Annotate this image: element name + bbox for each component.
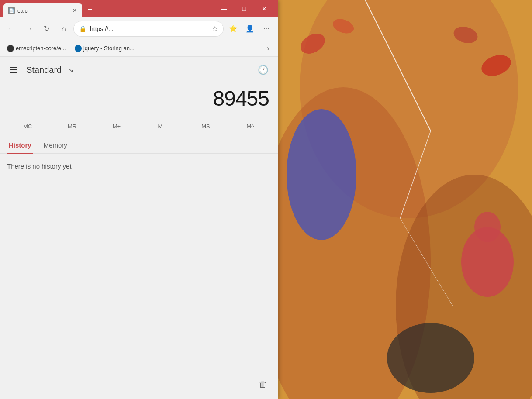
bookmark-label-jquery: jquery - Storing an... xyxy=(83,45,135,52)
hamburger-line-2 xyxy=(10,69,17,70)
title-bar: 📄 calc ✕ + — □ ✕ xyxy=(0,0,278,17)
hamburger-line-3 xyxy=(10,72,17,73)
calculator-header: Standard ↘ 🕐 xyxy=(0,57,278,83)
forward-button[interactable]: → xyxy=(21,21,37,37)
svg-point-8 xyxy=(474,212,501,242)
bookmarks-more-button[interactable]: › xyxy=(262,42,274,55)
jquery-icon xyxy=(75,45,82,52)
bookmark-item-jquery[interactable]: jquery - Storing an... xyxy=(71,43,138,54)
bookmark-label-emscripten: emscripten-core/e... xyxy=(16,45,66,52)
trash-icon: 🗑 xyxy=(259,379,267,389)
back-button[interactable]: ← xyxy=(3,21,19,37)
close-button[interactable]: ✕ xyxy=(254,0,274,17)
calculator-display-area: 89455 xyxy=(0,83,278,118)
history-tab[interactable]: History xyxy=(7,137,33,153)
more-button[interactable]: ··· xyxy=(259,21,274,37)
tab-favicon: 📄 xyxy=(8,7,15,14)
trash-button[interactable]: 🗑 xyxy=(255,376,271,392)
github-icon xyxy=(7,45,14,52)
ms-button[interactable]: MS xyxy=(183,120,228,133)
browser-tab[interactable]: 📄 calc ✕ xyxy=(3,3,82,17)
memory-tab[interactable]: Memory xyxy=(42,137,69,153)
refresh-button[interactable]: ↻ xyxy=(38,21,54,37)
hamburger-button[interactable] xyxy=(7,62,23,78)
mode-icon: ↘ xyxy=(68,66,73,74)
calculator-title: Standard xyxy=(26,65,62,75)
tab-close-button[interactable]: ✕ xyxy=(71,7,79,14)
history-toggle-button[interactable]: 🕐 xyxy=(255,62,271,78)
history-clock-icon: 🕐 xyxy=(258,65,269,75)
collections-button[interactable]: ⭐ xyxy=(225,21,241,37)
mcaret-button[interactable]: M^ xyxy=(228,120,273,133)
home-button[interactable]: ⌂ xyxy=(56,21,72,37)
window-controls: — □ ✕ xyxy=(214,0,274,17)
url-text: https://... xyxy=(90,25,208,32)
favorite-icon[interactable]: ☆ xyxy=(212,24,218,33)
mminus-button[interactable]: M- xyxy=(139,120,183,133)
calculator-display: 89455 xyxy=(213,86,269,110)
minimize-button[interactable]: — xyxy=(214,0,234,17)
mplus-button[interactable]: M+ xyxy=(94,120,139,133)
refresh-icon: ↻ xyxy=(44,24,49,33)
lock-icon: 🔒 xyxy=(79,25,86,32)
navigation-bar: ← → ↻ ⌂ 🔒 https://... ☆ ⭐ 👤 ··· xyxy=(0,17,278,40)
svg-point-9 xyxy=(287,109,356,240)
browser-window: 📄 calc ✕ + — □ ✕ ← → ↻ ⌂ 🔒 https://... xyxy=(0,0,278,399)
profile-icon: 👤 xyxy=(245,24,254,33)
history-content: There is no history yet xyxy=(0,154,278,399)
maximize-button[interactable]: □ xyxy=(234,0,254,17)
history-memory-tabs: History Memory xyxy=(0,137,278,154)
back-icon: ← xyxy=(8,25,15,33)
memory-row: MC MR M+ M- MS M^ xyxy=(0,118,278,137)
forward-icon: → xyxy=(25,25,32,33)
home-icon: ⌂ xyxy=(62,25,66,33)
mode-button[interactable]: ↘ xyxy=(64,64,76,76)
bookmarks-bar: emscripten-core/e... jquery - Storing an… xyxy=(0,40,278,57)
svg-point-10 xyxy=(387,323,474,393)
hamburger-line-1 xyxy=(10,67,17,68)
mc-button[interactable]: MC xyxy=(5,120,50,133)
tab-area: 📄 calc ✕ + xyxy=(3,0,214,17)
wallpaper-overlay xyxy=(278,0,532,399)
new-tab-button[interactable]: + xyxy=(84,3,96,16)
address-bar[interactable]: 🔒 https://... ☆ xyxy=(73,21,224,37)
profile-button[interactable]: 👤 xyxy=(242,21,258,37)
more-icon: ··· xyxy=(263,25,269,33)
calculator-area: Standard ↘ 🕐 89455 MC MR M+ M- MS M^ His… xyxy=(0,57,278,399)
tab-title: calc xyxy=(17,7,68,14)
no-history-text: There is no history yet xyxy=(7,162,271,170)
collections-icon: ⭐ xyxy=(229,24,238,33)
mr-button[interactable]: MR xyxy=(50,120,94,133)
bookmark-item-emscripten[interactable]: emscripten-core/e... xyxy=(3,43,69,54)
nav-actions: ⭐ 👤 ··· xyxy=(225,21,274,37)
